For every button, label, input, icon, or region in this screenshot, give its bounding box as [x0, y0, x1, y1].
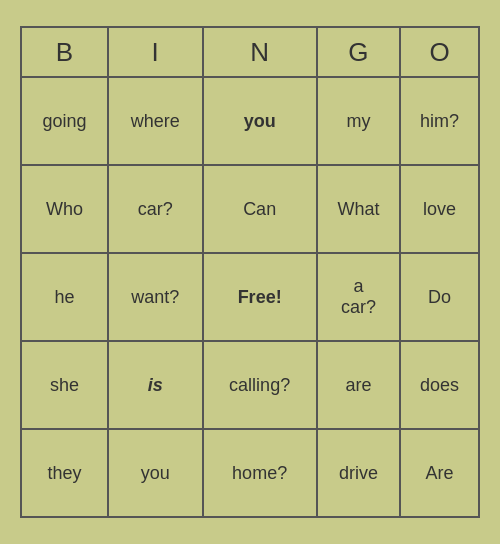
- table-cell: car?: [108, 165, 203, 253]
- table-cell: Free!: [203, 253, 317, 341]
- table-cell: What: [317, 165, 401, 253]
- table-cell: Can: [203, 165, 317, 253]
- table-cell: are: [317, 341, 401, 429]
- table-cell: you: [108, 429, 203, 517]
- table-cell: acar?: [317, 253, 401, 341]
- table-cell: Are: [400, 429, 479, 517]
- table-cell: calling?: [203, 341, 317, 429]
- table-cell: Do: [400, 253, 479, 341]
- table-cell: Who: [21, 165, 108, 253]
- bingo-table: BINGO goingwhereyoumyhim?Whocar?CanWhatl…: [20, 26, 480, 518]
- header-cell: N: [203, 27, 317, 77]
- table-row: Whocar?CanWhatlove: [21, 165, 479, 253]
- table-cell: going: [21, 77, 108, 165]
- table-row: hewant?Free!acar?Do: [21, 253, 479, 341]
- header-cell: O: [400, 27, 479, 77]
- table-cell: my: [317, 77, 401, 165]
- table-cell: home?: [203, 429, 317, 517]
- table-cell: love: [400, 165, 479, 253]
- table-cell: they: [21, 429, 108, 517]
- table-cell: is: [108, 341, 203, 429]
- header-cell: G: [317, 27, 401, 77]
- bingo-card: BINGO goingwhereyoumyhim?Whocar?CanWhatl…: [10, 16, 490, 528]
- table-row: theyyouhome?driveAre: [21, 429, 479, 517]
- table-cell: drive: [317, 429, 401, 517]
- table-row: sheiscalling?aredoes: [21, 341, 479, 429]
- table-row: goingwhereyoumyhim?: [21, 77, 479, 165]
- table-cell: you: [203, 77, 317, 165]
- table-cell: he: [21, 253, 108, 341]
- table-cell: she: [21, 341, 108, 429]
- table-cell: does: [400, 341, 479, 429]
- table-cell: want?: [108, 253, 203, 341]
- header-cell: B: [21, 27, 108, 77]
- table-cell: where: [108, 77, 203, 165]
- header-row: BINGO: [21, 27, 479, 77]
- header-cell: I: [108, 27, 203, 77]
- table-cell: him?: [400, 77, 479, 165]
